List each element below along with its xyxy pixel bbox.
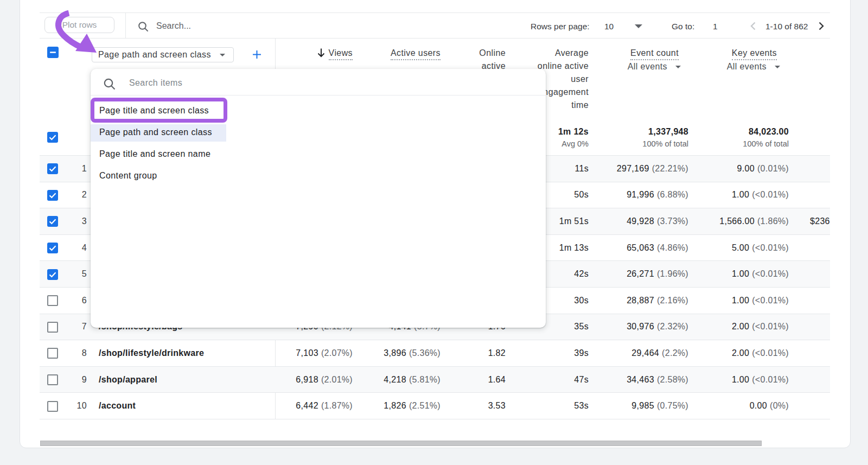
cell-avg-engagement: 50s (574, 182, 589, 208)
toolbar-bottom-border (40, 38, 830, 39)
dropdown-search-input[interactable]: Search items (129, 78, 182, 88)
row-number: 1 (54, 156, 87, 182)
totals-event-count: 1,337,948 100% of total (642, 126, 688, 149)
cell-views: 6,918(2.01%) (296, 367, 353, 393)
row-dimension-value: /account (99, 393, 136, 419)
rows-per-page-label: Rows per page: (531, 22, 590, 31)
dropdown-search-icon (103, 78, 116, 91)
column-header-views[interactable]: Views (317, 47, 353, 60)
horizontal-scrollbar-thumb[interactable] (40, 441, 762, 446)
cell-avg-engagement: 1m 51s (559, 208, 589, 234)
row-number: 2 (54, 182, 87, 208)
column-header-key-events[interactable]: Key events (732, 47, 777, 60)
cell-avg-engagement: 35s (574, 314, 589, 340)
row-number: 4 (54, 235, 87, 261)
search-input[interactable]: Search... (156, 21, 191, 31)
event-count-filter[interactable]: All events (628, 62, 681, 72)
cell-key-events: 1.00(<0.01%) (732, 288, 789, 314)
dimension-selector-label: Page path and screen class (98, 50, 211, 60)
cell-event-count: 297,169(22.21%) (617, 156, 688, 182)
totals-avg-engagement: 1m 12s Avg 0% (558, 126, 589, 149)
cell-active-users: 4,218(5.81%) (384, 367, 441, 393)
cell-avg-engagement: 1m 13s (559, 235, 589, 261)
row-number: 9 (54, 367, 87, 393)
cell-key-events: 2.00(<0.01%) (732, 340, 789, 366)
row-number: 6 (54, 288, 87, 314)
dropdown-item-content-group[interactable]: Content group (91, 165, 226, 187)
cell-views: 6,442(1.87%) (296, 393, 353, 419)
cell-active-users: 3,896(5.36%) (384, 340, 441, 366)
cell-revenue: $236 (810, 208, 830, 234)
toolbar-top-border (40, 12, 830, 13)
row-number: 5 (54, 261, 87, 287)
cell-key-events: 9.00(0.01%) (737, 156, 789, 182)
cell-online-active: 1.82 (488, 340, 506, 366)
row-dimension-value: /shop/apparel (99, 367, 157, 393)
add-dimension-icon[interactable] (252, 50, 261, 59)
row-number: 10 (54, 393, 87, 419)
table-row-8: 8/shop/lifestyle/drinkware7,103(2.07%)3,… (40, 340, 830, 367)
row-number: 3 (54, 208, 87, 234)
row-number: 8 (54, 340, 87, 366)
cell-event-count: 49,928(3.73%) (627, 208, 688, 234)
dimension-selector-caret-icon (220, 54, 225, 56)
totals-row-checkbox[interactable] (47, 132, 58, 143)
cell-event-count: 26,271(1.96%) (627, 261, 688, 287)
previous-page-icon[interactable] (748, 21, 759, 31)
cell-key-events: 5.00(<0.01%) (732, 235, 789, 261)
column-header-event-count[interactable]: Event count (630, 47, 679, 60)
cell-event-count: 28,887(2.16%) (627, 288, 688, 314)
cell-key-events: 1.00(<0.01%) (732, 367, 789, 393)
cell-avg-engagement: 39s (574, 340, 589, 366)
goto-value[interactable]: 1 (713, 22, 718, 31)
cell-avg-engagement: 47s (574, 367, 589, 393)
table-row-10: 10/account6,442(1.87%)1,826(2.51%)3.5353… (40, 393, 830, 419)
goto-label: Go to: (672, 22, 694, 31)
cell-avg-engagement: 30s (574, 288, 589, 314)
cell-event-count: 34,463(2.58%) (627, 367, 688, 393)
dropdown-search-row: Search items (91, 69, 546, 95)
row-number: 7 (54, 314, 87, 340)
cell-key-events: 1.00(<0.01%) (732, 182, 789, 208)
sort-descending-icon (317, 48, 326, 58)
event-count-filter-caret-icon (675, 66, 681, 68)
row-dimension-value: /shop/lifestyle/drinkware (99, 340, 204, 366)
dimension-selector-button[interactable]: Page path and screen class (92, 47, 234, 62)
dropdown-item-page-title-screen-name[interactable]: Page title and screen name (91, 143, 226, 165)
cell-online-active: 3.53 (488, 393, 506, 419)
cell-event-count: 91,996(6.88%) (627, 182, 688, 208)
key-events-filter-caret-icon (775, 66, 780, 68)
cell-event-count: 29,464(2.2%) (631, 340, 688, 366)
table-row-9: 9/shop/apparel6,918(2.01%)4,218(5.81%)1.… (40, 367, 830, 393)
cell-online-active: 1.64 (488, 367, 506, 393)
cell-views: 7,103(2.07%) (296, 340, 353, 366)
rows-per-page-value[interactable]: 10 (604, 22, 614, 31)
cell-key-events: 0.00(0%) (750, 393, 789, 419)
cell-active-users: 1,826(2.51%) (384, 393, 441, 419)
rows-per-page-caret-icon[interactable] (635, 24, 642, 28)
cell-event-count: 65,063(4.86%) (627, 235, 688, 261)
search-icon (138, 21, 149, 32)
dropdown-item-page-path-screen-class[interactable]: Page path and screen class (91, 122, 226, 143)
cell-key-events: 1.00(<0.01%) (732, 261, 789, 287)
annotation-highlight-box (91, 98, 227, 123)
next-page-icon[interactable] (815, 21, 826, 31)
cell-event-count: 9,985(0.75%) (631, 393, 688, 419)
analytics-table-screen: Plot rows Search... Rows per page: 10 Go… (0, 0, 868, 465)
cell-avg-engagement: 53s (574, 393, 589, 419)
cell-avg-engagement: 11s (575, 156, 589, 182)
cell-avg-engagement: 42s (574, 261, 589, 287)
column-header-active-users[interactable]: Active users (391, 47, 441, 60)
toolbar-divider (125, 12, 126, 38)
key-events-filter[interactable]: All events (727, 62, 780, 72)
totals-key-events: 84,023.00 100% of total (743, 126, 789, 149)
annotation-arrow (0, 0, 108, 65)
pagination-range: 1-10 of 862 (765, 22, 808, 31)
cell-event-count: 30,976(2.32%) (627, 314, 688, 340)
cell-key-events: 1,566.00(1.86%) (719, 208, 789, 234)
cell-key-events: 2.00(<0.01%) (732, 314, 789, 340)
